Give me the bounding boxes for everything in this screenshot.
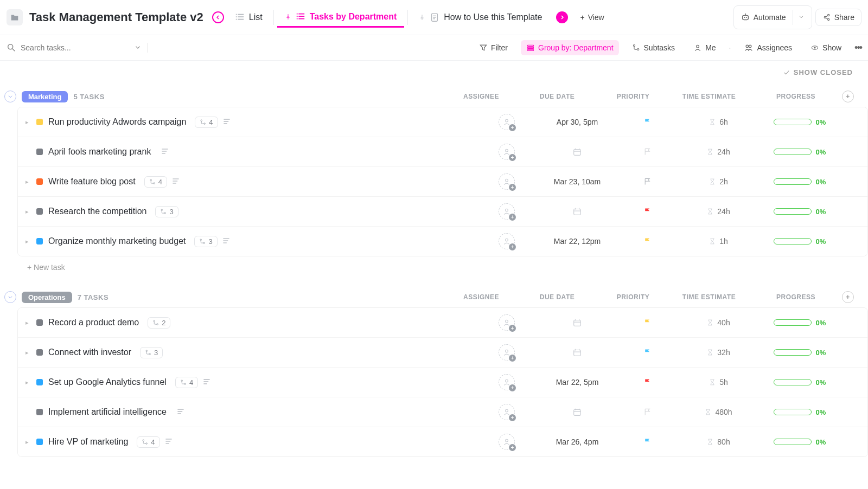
- status-dot[interactable]: [36, 409, 43, 415]
- progress-cell[interactable]: 0%: [774, 178, 826, 186]
- assignee-empty[interactable]: +: [499, 314, 515, 331]
- assignee-empty[interactable]: +: [499, 404, 515, 420]
- due-cell[interactable]: [537, 407, 618, 417]
- assignees-button[interactable]: Assignees: [738, 40, 797, 56]
- status-dot[interactable]: [36, 178, 43, 185]
- time-cell[interactable]: 40h: [678, 318, 759, 327]
- assignee-empty[interactable]: +: [499, 203, 515, 220]
- time-cell[interactable]: 32h: [678, 348, 759, 357]
- group-chip[interactable]: Marketing: [22, 91, 68, 102]
- due-cell[interactable]: Apr 30, 5pm: [537, 118, 618, 126]
- time-cell[interactable]: 5h: [678, 378, 759, 387]
- progress-cell[interactable]: 0%: [774, 118, 826, 126]
- next-view-button[interactable]: [556, 11, 568, 23]
- search-input[interactable]: [21, 43, 107, 52]
- automate-button[interactable]: Automate: [733, 5, 812, 29]
- assignee-empty[interactable]: +: [499, 374, 515, 390]
- task-row[interactable]: ▸Research the competition3+24h0%: [18, 197, 867, 227]
- due-cell[interactable]: Mar 26, 4pm: [537, 437, 618, 446]
- group-by-button[interactable]: Group by: Department: [521, 40, 619, 55]
- progress-cell[interactable]: 0%: [774, 208, 826, 216]
- subtask-chip[interactable]: 4: [195, 117, 218, 128]
- priority-cell[interactable]: [618, 147, 678, 156]
- expand-button[interactable]: ▸: [23, 208, 31, 215]
- expand-button[interactable]: ▸: [23, 119, 31, 126]
- automate-dropdown[interactable]: [793, 10, 809, 25]
- new-task-button[interactable]: + New task: [17, 256, 868, 278]
- status-dot[interactable]: [36, 238, 43, 244]
- progress-cell[interactable]: 0%: [774, 237, 826, 246]
- priority-cell[interactable]: [618, 437, 678, 446]
- time-cell[interactable]: 2h: [678, 177, 759, 186]
- task-row[interactable]: Implement artificial intelligence+480h0%: [18, 397, 867, 427]
- group-chip[interactable]: Operations: [22, 292, 72, 303]
- collapse-group-button[interactable]: [4, 291, 16, 303]
- status-dot[interactable]: [36, 208, 43, 215]
- task-row[interactable]: ▸Write feature blog post4+Mar 23, 10am2h…: [18, 167, 867, 197]
- time-cell[interactable]: 24h: [678, 207, 759, 216]
- tab-list[interactable]: List: [227, 8, 270, 27]
- progress-cell[interactable]: 0%: [774, 438, 826, 446]
- subtask-chip[interactable]: 3: [194, 236, 217, 247]
- collapse-group-button[interactable]: [4, 91, 16, 102]
- status-dot[interactable]: [36, 119, 43, 125]
- subtask-chip[interactable]: 2: [148, 317, 170, 329]
- priority-cell[interactable]: [618, 408, 678, 416]
- progress-cell[interactable]: 0%: [774, 378, 826, 387]
- progress-cell[interactable]: 0%: [774, 148, 826, 156]
- priority-cell[interactable]: [618, 378, 678, 387]
- time-cell[interactable]: 1h: [678, 237, 759, 246]
- status-dot[interactable]: [36, 439, 43, 445]
- add-column-button[interactable]: +: [842, 91, 854, 102]
- expand-button[interactable]: ▸: [23, 439, 31, 446]
- status-dot[interactable]: [36, 319, 43, 326]
- assignee-empty[interactable]: +: [499, 233, 515, 249]
- folder-icon[interactable]: [7, 9, 23, 25]
- expand-button[interactable]: ▸: [23, 238, 31, 245]
- time-cell[interactable]: 480h: [678, 408, 759, 416]
- share-button[interactable]: Share: [815, 9, 861, 26]
- status-dot[interactable]: [36, 349, 43, 356]
- prev-view-button[interactable]: [212, 11, 224, 23]
- assignee-empty[interactable]: +: [499, 434, 515, 450]
- tab-tasks-by-department[interactable]: Tasks by Department: [277, 8, 405, 28]
- add-view-button[interactable]: + View: [573, 9, 610, 25]
- priority-cell[interactable]: [618, 237, 678, 246]
- subtask-chip[interactable]: 3: [155, 206, 178, 217]
- due-cell[interactable]: [537, 318, 618, 327]
- subtask-chip[interactable]: 4: [175, 377, 198, 388]
- task-row[interactable]: ▸Hire VP of marketing4+Mar 26, 4pm80h0%: [18, 427, 867, 456]
- show-closed-button[interactable]: SHOW CLOSED: [783, 68, 853, 76]
- time-cell[interactable]: 80h: [678, 437, 759, 446]
- show-button[interactable]: Show: [805, 40, 847, 55]
- priority-cell[interactable]: [618, 318, 678, 327]
- priority-cell[interactable]: [618, 207, 678, 216]
- subtask-chip[interactable]: 4: [144, 176, 167, 188]
- progress-cell[interactable]: 0%: [774, 319, 826, 327]
- assignee-empty[interactable]: +: [499, 344, 515, 361]
- expand-button[interactable]: ▸: [23, 178, 31, 185]
- filter-button[interactable]: Filter: [474, 40, 513, 55]
- subtask-chip[interactable]: 4: [137, 436, 159, 448]
- task-row[interactable]: April fools marketing prank+24h0%: [18, 137, 867, 167]
- priority-cell[interactable]: [618, 177, 678, 186]
- tab-how-to[interactable]: How to Use this Template: [411, 8, 550, 27]
- assignee-empty[interactable]: +: [499, 173, 515, 190]
- expand-button[interactable]: ▸: [23, 349, 31, 356]
- progress-cell[interactable]: 0%: [774, 349, 826, 357]
- time-cell[interactable]: 6h: [678, 118, 759, 126]
- more-button[interactable]: •••: [854, 42, 861, 54]
- task-row[interactable]: ▸Record a product demo2+40h0%: [18, 308, 867, 338]
- due-cell[interactable]: Mar 23, 10am: [537, 177, 618, 186]
- task-row[interactable]: ▸Organize monthly marketing budget3+Mar …: [18, 227, 867, 256]
- task-row[interactable]: ▸Run productivity Adwords campaign4+Apr …: [18, 107, 867, 137]
- search-dropdown[interactable]: [134, 43, 142, 53]
- me-button[interactable]: Me: [688, 40, 721, 55]
- task-row[interactable]: ▸Set up Google Analytics funnel4+Mar 22,…: [18, 368, 867, 397]
- due-cell[interactable]: [537, 147, 618, 157]
- priority-cell[interactable]: [618, 118, 678, 126]
- subtasks-button[interactable]: Subtasks: [627, 40, 681, 55]
- status-dot[interactable]: [36, 149, 43, 155]
- assignee-empty[interactable]: +: [499, 114, 515, 130]
- subtask-chip[interactable]: 3: [140, 347, 163, 358]
